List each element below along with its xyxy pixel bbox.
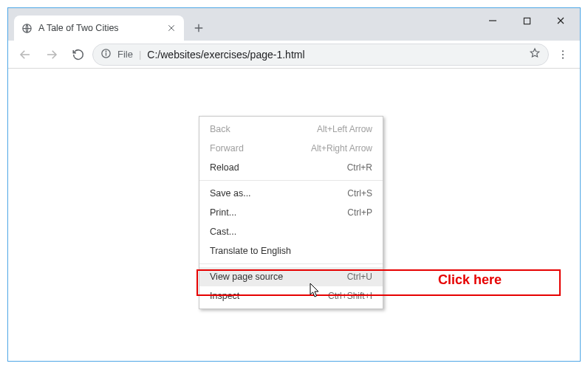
menu-item-label: Save as... xyxy=(210,188,251,199)
menu-item-shortcut: Ctrl+S xyxy=(347,188,372,199)
menu-item-label: Print... xyxy=(210,207,236,218)
menu-item-forward: Forward Alt+Right Arrow xyxy=(199,139,383,158)
svg-point-7 xyxy=(562,57,564,58)
menu-item-shortcut: Ctrl+Shift+I xyxy=(328,291,372,301)
titlebar: A Tale of Two Cities xyxy=(8,8,580,41)
globe-icon xyxy=(21,23,33,34)
minimize-button[interactable] xyxy=(476,10,509,32)
annotation-label: Click here xyxy=(438,272,502,288)
menu-separator xyxy=(199,180,383,181)
overflow-menu-button[interactable] xyxy=(550,44,575,66)
svg-point-4 xyxy=(106,51,106,52)
tab-title: A Tale of Two Cities xyxy=(38,23,160,33)
reload-button[interactable] xyxy=(66,44,91,66)
back-button[interactable] xyxy=(13,44,38,66)
menu-item-save-as[interactable]: Save as... Ctrl+S xyxy=(199,184,383,203)
omnibox-scheme-label: File xyxy=(117,49,133,60)
window-controls xyxy=(476,10,577,32)
menu-item-shortcut: Alt+Right Arrow xyxy=(311,143,372,154)
svg-point-5 xyxy=(562,50,564,52)
menu-item-shortcut: Ctrl+R xyxy=(347,162,372,173)
omnibox[interactable]: File | C:/websites/exercises/page-1.html xyxy=(92,44,549,66)
menu-item-label: View page source xyxy=(210,272,283,282)
menu-item-label: Translate to English xyxy=(210,246,291,256)
omnibox-separator: | xyxy=(139,49,141,60)
menu-item-reload[interactable]: Reload Ctrl+R xyxy=(199,158,383,177)
menu-item-view-source[interactable]: View page source Ctrl+U xyxy=(199,267,383,286)
menu-item-shortcut: Ctrl+P xyxy=(347,207,372,218)
menu-item-translate[interactable]: Translate to English xyxy=(199,241,383,261)
menu-item-label: Inspect xyxy=(210,291,239,301)
menu-separator xyxy=(199,263,383,264)
browser-tab[interactable]: A Tale of Two Cities xyxy=(14,15,184,41)
menu-item-label: Reload xyxy=(210,162,239,173)
new-tab-button[interactable] xyxy=(188,18,209,38)
svg-rect-1 xyxy=(524,18,530,24)
maximize-button[interactable] xyxy=(510,10,543,32)
menu-item-shortcut: Alt+Left Arrow xyxy=(317,124,372,134)
menu-item-print[interactable]: Print... Ctrl+P xyxy=(199,203,383,222)
menu-item-cast[interactable]: Cast... xyxy=(199,222,383,241)
page-content: Back Alt+Left Arrow Forward Alt+Right Ar… xyxy=(8,69,580,361)
menu-item-shortcut: Ctrl+U xyxy=(347,272,372,282)
toolbar: File | C:/websites/exercises/page-1.html xyxy=(8,41,580,69)
close-icon[interactable] xyxy=(166,23,177,33)
browser-window: A Tale of Two Cities xyxy=(7,7,581,362)
bookmark-star-icon[interactable] xyxy=(529,47,541,61)
svg-point-6 xyxy=(562,53,564,55)
forward-button[interactable] xyxy=(39,44,64,66)
menu-item-label: Cast... xyxy=(210,227,236,237)
context-menu: Back Alt+Left Arrow Forward Alt+Right Ar… xyxy=(199,116,383,309)
omnibox-url: C:/websites/exercises/page-1.html xyxy=(147,49,523,61)
menu-item-inspect[interactable]: Inspect Ctrl+Shift+I xyxy=(199,286,383,306)
info-icon[interactable] xyxy=(100,48,112,61)
menu-item-label: Back xyxy=(210,124,230,134)
menu-item-label: Forward xyxy=(210,143,244,154)
menu-item-back: Back Alt+Left Arrow xyxy=(199,120,383,139)
window-close-button[interactable] xyxy=(544,10,577,32)
